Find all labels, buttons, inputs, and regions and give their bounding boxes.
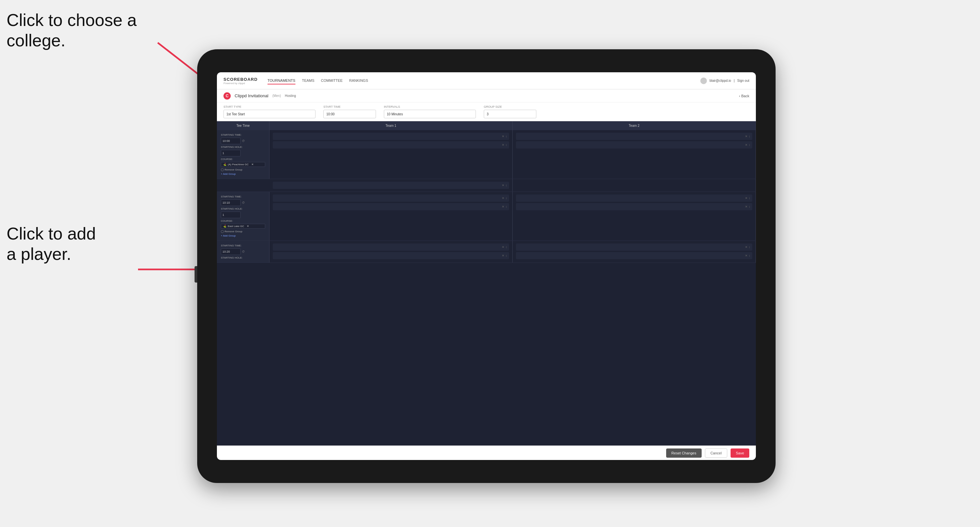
chevron-icon-6-2[interactable]: ↕ bbox=[749, 254, 751, 257]
player-slot-2-2[interactable]: ✕ ↕ bbox=[516, 141, 752, 149]
team2-col-1: ✕ ↕ ✕ ↕ bbox=[513, 130, 756, 179]
course-tag-1[interactable]: ⛳ (A) Peachtree GC ✕ bbox=[221, 162, 265, 167]
starting-time-input-3[interactable] bbox=[221, 248, 240, 255]
add-group-2[interactable]: + Add Group bbox=[221, 234, 265, 237]
nav-bar: SCOREBOARD Powered by clippd TOURNAMENTS… bbox=[217, 72, 756, 89]
reset-button[interactable]: Reset Changes bbox=[666, 448, 702, 458]
team1-col-1b: ✕ ↕ bbox=[269, 179, 513, 192]
back-link[interactable]: ‹ Back bbox=[739, 94, 749, 98]
team1-col-2: ✕ ↕ ✕ ↕ bbox=[269, 192, 513, 241]
x-icon-3-1[interactable]: ✕ bbox=[502, 197, 504, 200]
course-tag-2[interactable]: ⛳ East Lake GC ✕ bbox=[221, 224, 265, 229]
player-slot-6-2[interactable]: ✕ ↕ bbox=[516, 252, 752, 259]
starting-hole-select-1[interactable]: 1 bbox=[221, 150, 240, 156]
flag-icon-1: ⛳ bbox=[223, 163, 226, 166]
chevron-icon-6-1[interactable]: ↕ bbox=[749, 245, 751, 249]
player-slot-6-1[interactable]: ✕ ↕ bbox=[516, 243, 752, 251]
starting-time-field-2: ⏱ bbox=[221, 200, 265, 206]
tablet-frame: SCOREBOARD Powered by clippd TOURNAMENTS… bbox=[197, 49, 776, 483]
starting-time-label-1: STARTING TIME: bbox=[221, 133, 265, 137]
starting-time-label-3: STARTING TIME: bbox=[221, 244, 265, 247]
x-icon-5-2[interactable]: ✕ bbox=[502, 254, 504, 257]
chevron-icon-2-1[interactable]: ↕ bbox=[749, 135, 751, 138]
sub-logo-icon: C bbox=[223, 92, 231, 100]
x-icon-1b-1[interactable]: ✕ bbox=[502, 184, 504, 187]
group-size-select[interactable]: 3 bbox=[484, 110, 536, 118]
start-time-input[interactable] bbox=[323, 110, 376, 118]
starting-hole-label-3: STARTING HOLE: bbox=[221, 256, 265, 259]
sign-out-link[interactable]: Sign out bbox=[737, 79, 749, 83]
intervals-select[interactable]: 10 Minutes bbox=[384, 110, 476, 118]
player-slot-1-1[interactable]: ✕ ↕ bbox=[273, 133, 509, 140]
player-slot-3-1[interactable]: ✕ ↕ bbox=[273, 195, 509, 202]
remove-group-2[interactable]: ◯ Remove Group bbox=[221, 230, 265, 233]
player-slot-3-2[interactable]: ✕ ↕ bbox=[273, 203, 509, 210]
player-slot-4-2[interactable]: ✕ ↕ bbox=[516, 203, 752, 210]
group-size-label: Group Size bbox=[484, 105, 536, 108]
sub-header: C Clippd Invitational (Men) Hosting ‹ Ba… bbox=[217, 89, 756, 103]
start-type-label: Start Type bbox=[223, 105, 315, 108]
team2-col-2: ✕ ↕ ✕ ↕ bbox=[513, 192, 756, 241]
x-icon-5-1[interactable]: ✕ bbox=[502, 245, 504, 249]
tee-group-1b: ✕ ↕ bbox=[217, 179, 756, 192]
x-icon-2-2[interactable]: ✕ bbox=[745, 143, 748, 146]
starting-hole-field-2: 1 bbox=[221, 211, 265, 218]
save-button[interactable]: Save bbox=[730, 448, 749, 458]
nav-link-committee[interactable]: COMMITTEE bbox=[321, 77, 343, 84]
course-name-1: (A) Peachtree GC bbox=[228, 163, 249, 166]
tee-controls-3: STARTING TIME: ⏱ STARTING HOLE: bbox=[217, 241, 269, 262]
player-slot-1b-1[interactable]: ✕ ↕ bbox=[273, 182, 509, 189]
intervals-group: Intervals 10 Minutes bbox=[384, 105, 476, 118]
team1-col-1: ✕ ↕ ✕ ↕ bbox=[269, 130, 513, 179]
course-label-1: COURSE: bbox=[221, 158, 265, 161]
player-slot-1-2[interactable]: ✕ ↕ bbox=[273, 141, 509, 149]
chevron-icon-4-2[interactable]: ↕ bbox=[749, 205, 751, 208]
starting-time-field-1: ⏱ bbox=[221, 138, 265, 144]
nav-link-tournaments[interactable]: TOURNAMENTS bbox=[267, 77, 296, 84]
course-x-1[interactable]: ✕ bbox=[251, 163, 254, 166]
user-email: blair@clippd.io bbox=[710, 79, 731, 83]
player-slot-5-2[interactable]: ✕ ↕ bbox=[273, 252, 509, 259]
start-type-select[interactable]: 1st Tee Start bbox=[223, 110, 315, 118]
starting-time-label-2: STARTING TIME: bbox=[221, 195, 265, 198]
starting-time-input-2[interactable] bbox=[221, 200, 240, 206]
x-icon-1-2[interactable]: ✕ bbox=[502, 143, 504, 146]
chevron-icon-1b-1[interactable]: ↕ bbox=[506, 184, 508, 187]
chevron-icon-5-1[interactable]: ↕ bbox=[506, 245, 508, 249]
course-x-2[interactable]: ✕ bbox=[247, 225, 249, 228]
col-team1: Team 1 bbox=[269, 121, 513, 130]
col-team2: Team 2 bbox=[513, 121, 756, 130]
x-icon-6-2[interactable]: ✕ bbox=[745, 254, 748, 257]
start-type-group: Start Type 1st Tee Start bbox=[223, 105, 315, 118]
tee-controls-1: STARTING TIME: ⏱ STARTING HOLE: 1 COURSE… bbox=[217, 130, 269, 179]
chevron-icon-3-1[interactable]: ↕ bbox=[506, 197, 508, 200]
starting-time-field-3: ⏱ bbox=[221, 248, 265, 255]
chevron-icon-2-2[interactable]: ↕ bbox=[749, 143, 751, 146]
table-header: Tee Time Team 1 Team 2 bbox=[217, 121, 756, 130]
x-icon-6-1[interactable]: ✕ bbox=[745, 245, 748, 249]
cancel-button[interactable]: Cancel bbox=[705, 448, 727, 458]
player-slot-4-1[interactable]: ✕ ↕ bbox=[516, 195, 752, 202]
chevron-icon-1-1[interactable]: ↕ bbox=[506, 135, 508, 138]
chevron-icon-3-2[interactable]: ↕ bbox=[506, 205, 508, 208]
annotation-add-player: Click to add a player. bbox=[6, 224, 96, 265]
start-time-label: Start Time bbox=[323, 105, 376, 108]
chevron-icon-5-2[interactable]: ↕ bbox=[506, 254, 508, 257]
starting-time-input-1[interactable] bbox=[221, 138, 240, 144]
x-icon-4-1[interactable]: ✕ bbox=[745, 197, 748, 200]
player-slot-5-1[interactable]: ✕ ↕ bbox=[273, 243, 509, 251]
starting-hole-label-2: STARTING HOLE: bbox=[221, 207, 265, 210]
x-icon-4-2[interactable]: ✕ bbox=[745, 205, 748, 208]
x-icon-1-1[interactable]: ✕ bbox=[502, 135, 504, 138]
nav-link-teams[interactable]: TEAMS bbox=[302, 77, 315, 84]
chevron-icon-4-1[interactable]: ↕ bbox=[749, 197, 751, 200]
add-group-1[interactable]: + Add Group bbox=[221, 173, 265, 175]
flag-icon-2: ⛳ bbox=[223, 225, 226, 228]
remove-group-1[interactable]: ◯ Remove Group bbox=[221, 168, 265, 171]
player-slot-2-1[interactable]: ✕ ↕ bbox=[516, 133, 752, 140]
x-icon-3-2[interactable]: ✕ bbox=[502, 205, 504, 208]
nav-link-rankings[interactable]: RANKINGS bbox=[349, 77, 368, 84]
x-icon-2-1[interactable]: ✕ bbox=[745, 135, 748, 138]
starting-hole-select-2[interactable]: 1 bbox=[221, 211, 240, 218]
chevron-icon-1-2[interactable]: ↕ bbox=[506, 143, 508, 146]
